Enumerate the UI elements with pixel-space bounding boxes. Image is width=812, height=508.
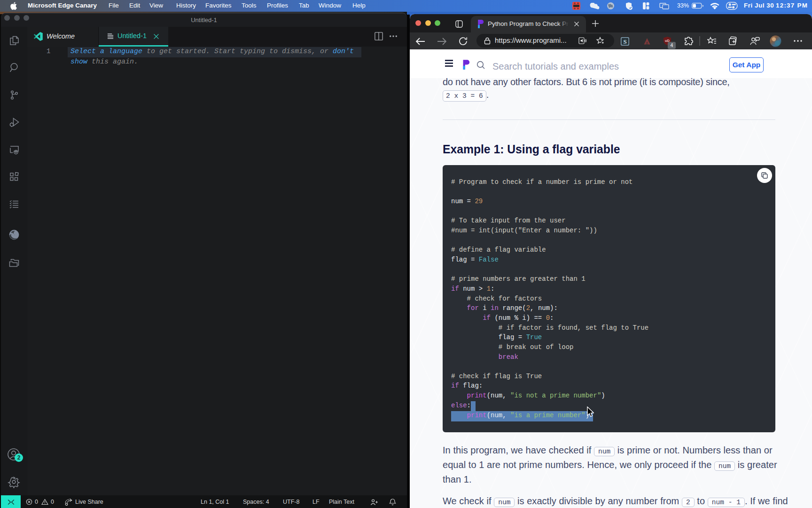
svg-text:S: S	[623, 38, 626, 45]
